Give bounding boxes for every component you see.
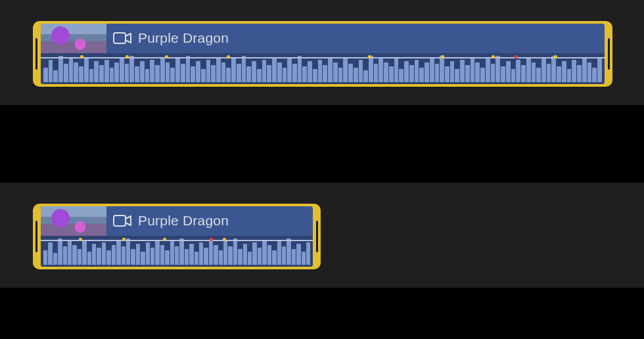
- waveform-bar: [298, 56, 302, 82]
- waveform-bar: [43, 68, 48, 82]
- clip-body[interactable]: Purple Dragon: [41, 24, 605, 84]
- waveform-bar: [165, 250, 169, 265]
- waveform-bar: [195, 252, 198, 265]
- waveform-bar: [506, 61, 511, 82]
- waveform-bar: [460, 60, 465, 82]
- waveform-bar: [204, 248, 208, 265]
- peak-marker-yellow: [79, 238, 82, 241]
- waveform-bar: [277, 241, 281, 265]
- waveform-bar: [237, 64, 241, 82]
- waveform-bar: [189, 244, 193, 265]
- waveform-bar: [99, 65, 104, 82]
- volume-line[interactable]: [41, 57, 605, 58]
- waveform-bar: [267, 245, 271, 265]
- waveform-bar: [308, 61, 312, 82]
- peak-marker-yellow: [122, 238, 126, 241]
- waveform-bar: [160, 245, 164, 265]
- camera-icon: [113, 32, 131, 45]
- waveform-bar: [106, 250, 110, 265]
- waveform-bar: [577, 65, 582, 82]
- waveform-bar: [226, 68, 231, 82]
- waveform-bar: [125, 64, 129, 82]
- clip-body[interactable]: Purple Dragon: [41, 206, 313, 267]
- waveform-bar: [129, 56, 134, 82]
- clip-thumbnail: [41, 24, 106, 53]
- waveform-bar: [181, 64, 185, 82]
- peak-marker-yellow: [163, 238, 166, 241]
- waveform-bar: [104, 60, 109, 82]
- waveform-bar: [64, 64, 68, 82]
- peak-marker-yellow: [223, 238, 226, 241]
- waveform-bar: [89, 69, 94, 82]
- waveform-bar: [43, 250, 47, 265]
- waveform-bar: [582, 57, 587, 82]
- waveform-bar: [186, 56, 191, 82]
- waveform-bar: [379, 58, 383, 82]
- peak-marker-yellow: [227, 55, 230, 58]
- waveform-bar: [465, 65, 470, 82]
- waveform-bar: [409, 65, 414, 82]
- waveform-bar: [287, 238, 290, 265]
- waveform-bar: [359, 60, 363, 82]
- clip-video-strip[interactable]: Purple Dragon: [41, 24, 605, 53]
- waveform-bar: [175, 246, 179, 265]
- waveform-bar: [567, 69, 572, 82]
- volume-line[interactable]: [41, 240, 313, 241]
- clip-video-strip[interactable]: Purple Dragon: [41, 206, 313, 236]
- waveform-bar: [252, 242, 256, 265]
- waveform-bar: [328, 57, 333, 82]
- waveform-bar: [480, 68, 485, 82]
- waveform-bar: [338, 68, 343, 82]
- clip-thumbnail: [41, 206, 106, 236]
- camera-icon: [113, 214, 131, 227]
- waveform-bar: [146, 242, 150, 265]
- waveform-bar: [455, 69, 459, 82]
- waveform-bar: [243, 244, 247, 265]
- waveform-bar: [277, 62, 282, 82]
- waveform-bar: [63, 246, 67, 265]
- waveform-bar: [185, 249, 189, 265]
- waveform-bar: [302, 66, 307, 82]
- waveform-bar: [141, 252, 145, 265]
- waveform-bar: [283, 68, 287, 82]
- waveform-bar: [435, 64, 440, 82]
- waveform-bar: [536, 68, 541, 82]
- waveform-bar: [150, 60, 154, 82]
- waveform-bar: [120, 58, 124, 82]
- waveform-bar: [292, 64, 297, 82]
- clip-purple-dragon-2[interactable]: Purple Dragon: [33, 204, 321, 269]
- peak-marker-yellow: [126, 55, 129, 58]
- waveform-bar: [242, 56, 246, 82]
- waveform-bar: [87, 252, 91, 265]
- waveform-bar: [231, 58, 236, 82]
- waveform-bar: [211, 65, 216, 82]
- waveform-bar: [262, 240, 266, 265]
- waveform-bar: [223, 241, 227, 265]
- waveform-bar: [333, 62, 338, 82]
- waveform-bar: [272, 250, 276, 265]
- svg-rect-0: [114, 33, 126, 43]
- waveform-bar: [343, 58, 348, 82]
- waveform-bar: [206, 60, 211, 82]
- waveform-bar: [135, 66, 139, 82]
- clip-audio-waveform[interactable]: [41, 236, 313, 267]
- waveform-bar: [471, 57, 475, 82]
- waveform-bar: [495, 56, 500, 82]
- peak-marker-yellow: [80, 55, 83, 58]
- clip-audio-waveform[interactable]: [41, 53, 605, 85]
- waveform-bar: [72, 245, 76, 265]
- waveform-bar: [155, 240, 159, 265]
- waveform-bar: [179, 238, 183, 265]
- waveform-bar: [252, 61, 256, 82]
- waveform-bar: [587, 62, 592, 82]
- waveform-bar: [175, 58, 180, 82]
- waveform-bar: [53, 70, 58, 82]
- waveform-bar: [140, 61, 145, 82]
- waveform-bar: [445, 66, 449, 82]
- clip-purple-dragon-1[interactable]: Purple Dragon: [33, 21, 612, 87]
- waveform-bar: [209, 240, 213, 265]
- waveform-bar: [201, 69, 206, 82]
- waveform-bar: [196, 61, 200, 82]
- waveform-bar: [97, 248, 101, 265]
- waveform-bar: [267, 65, 271, 82]
